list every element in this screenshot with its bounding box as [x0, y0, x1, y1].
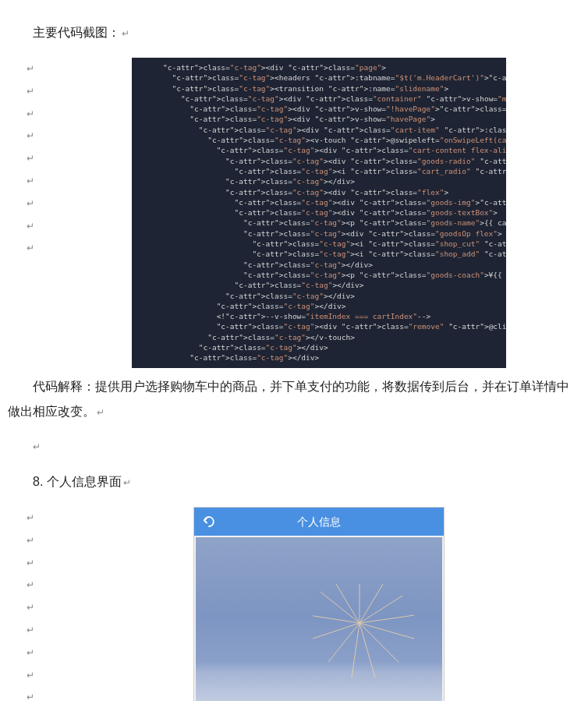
section-heading: 主要代码截图：↵ [8, 20, 580, 45]
paragraph-marks-col: ↵ ↵ ↵ ↵ ↵ ↵ ↵ ↵ ↵ [8, 58, 58, 260]
phone-mockup: 个人信息 [193, 507, 445, 701]
svg-line-0 [321, 592, 360, 623]
code-explanation: 代码解释：提供用户选择购物车中的商品，并下单支付的功能，将数据传到后台，并在订单… [8, 374, 580, 424]
phone-header: 个人信息 [194, 508, 444, 536]
code-screenshot: "c-attr">class="c-tag"><div "c-attr">cla… [132, 58, 506, 368]
svg-line-4 [360, 596, 402, 623]
svg-line-3 [360, 584, 383, 623]
profile-image [196, 537, 442, 701]
back-icon[interactable] [202, 515, 216, 529]
section-heading-2: 8. 个人信息界面↵ [8, 469, 580, 494]
return-mark: ↵ [122, 28, 129, 39]
svg-line-5 [360, 615, 414, 623]
paragraph-marks-col: ↵ ↵ ↵ ↵ ↵ ↵ ↵ ↵ ↵ ↵ ↵ [8, 507, 58, 701]
svg-line-11 [313, 623, 360, 639]
phone-title: 个人信息 [194, 511, 444, 533]
svg-line-12 [313, 615, 360, 623]
svg-line-1 [336, 584, 360, 623]
